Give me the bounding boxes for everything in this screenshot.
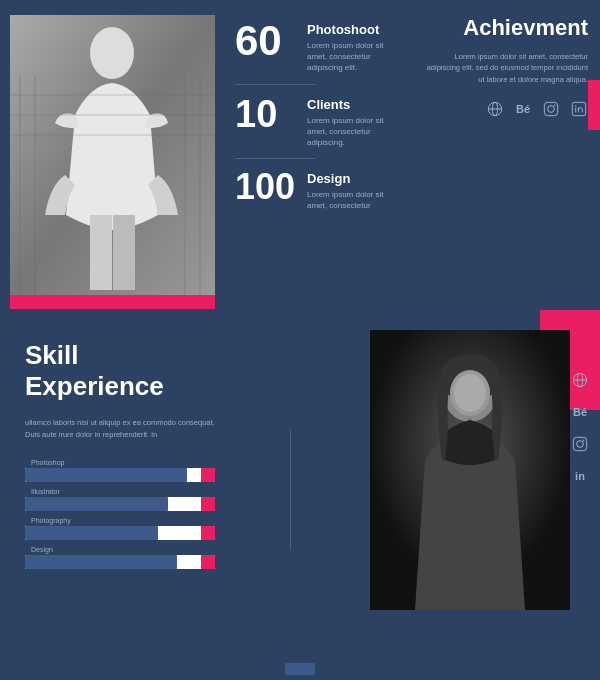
linkedin-icon-v[interactable]: in (570, 466, 590, 486)
stat-title-photoshoot: Photoshoot (307, 22, 400, 37)
top-pink-accent-right (588, 80, 600, 130)
skill-bar-photoshop: Photoshop (25, 459, 275, 482)
skill-bar-photography-label: Photography (25, 517, 275, 524)
svg-rect-3 (90, 215, 112, 290)
stat-title-clients: Clients (307, 97, 400, 112)
svg-point-32 (583, 440, 585, 442)
skill-area: Skill Experience ullamco laboris nisi ut… (0, 310, 290, 680)
skill-bar-photoshop-fill (25, 468, 187, 482)
skill-bar-illustrator-label: Illustrator (25, 488, 275, 495)
skill-bar-photography-track (25, 526, 215, 540)
skill-bar-design-label: Design (25, 546, 275, 553)
linkedin-label-v: in (575, 470, 585, 482)
photo-left (10, 15, 215, 295)
stat-desc-design: Lorem ipsum dolor sit amet, consectetur (307, 189, 400, 211)
skill-bar-photoshop-end (201, 468, 215, 482)
svg-point-16 (548, 105, 555, 112)
skill-bar-illustrator-fill (25, 497, 168, 511)
stat-info-photoshoot: Photoshoot Lorem ipsum dolor sit amet, c… (307, 20, 400, 74)
svg-point-26 (454, 374, 486, 412)
stat-info-design: Design Lorem ipsum dolor sit amet, conse… (307, 169, 400, 211)
stat-row-design: 100 Design Lorem ipsum dolor sit amet, c… (235, 169, 400, 211)
bottom-section: Skill Experience ullamco laboris nisi ut… (0, 310, 600, 680)
behance-icon[interactable]: Bé (514, 100, 532, 118)
photo-pink-accent-bar (10, 295, 215, 309)
instagram-icon[interactable] (542, 100, 560, 118)
linkedin-icon[interactable] (570, 100, 588, 118)
skill-description: ullamco laboris nisi ut aliquip ex ea co… (25, 417, 225, 441)
skill-bar-illustrator: Illustrator (25, 488, 275, 511)
svg-rect-30 (573, 437, 586, 450)
skill-bar-illustrator-track (25, 497, 215, 511)
skill-bar-design: Design (25, 546, 275, 569)
stat-info-clients: Clients Lorem ipsum dolor sit amet, cons… (307, 95, 400, 149)
skill-bars-container: Photoshop Illustrator Photography (25, 459, 275, 569)
skill-bar-photography-fill (25, 526, 158, 540)
social-icons-row: Bé (425, 100, 588, 118)
skill-title: Skill Experience (25, 340, 275, 402)
skill-bar-illustrator-end (201, 497, 215, 511)
stat-number-design: 100 (235, 169, 295, 205)
svg-point-17 (554, 104, 556, 106)
stats-area: 60 Photoshoot Lorem ipsum dolor sit amet… (215, 0, 415, 310)
achievement-area: Achievment Lorem ipsum dolor sit amet, c… (415, 0, 600, 310)
skill-bar-design-track (25, 555, 215, 569)
stat-title-design: Design (307, 171, 400, 186)
photo-left-image (10, 15, 215, 295)
skill-bar-design-fill (25, 555, 177, 569)
stat-number-clients: 10 (235, 95, 295, 133)
behance-label-v: Bé (573, 406, 587, 418)
stat-desc-clients: Lorem ipsum dolor sit amet, consectetur … (307, 115, 400, 149)
scroll-indicator[interactable] (285, 663, 315, 675)
stat-desc-photoshoot: Lorem ipsum dolor sit amet, consectetur … (307, 40, 400, 74)
svg-rect-15 (544, 102, 557, 115)
stat-row-clients: 10 Clients Lorem ipsum dolor sit amet, c… (235, 95, 400, 149)
globe-icon-v[interactable] (570, 370, 590, 390)
achievement-description: Lorem ipsum dolor sit amet, consectetur … (425, 51, 588, 85)
photo-right (370, 330, 570, 610)
skill-bar-photoshop-label: Photoshop (25, 459, 275, 466)
skill-bar-design-end (201, 555, 215, 569)
svg-point-20 (575, 105, 576, 106)
stats-divider-2 (235, 158, 315, 159)
top-section: 60 Photoshoot Lorem ipsum dolor sit amet… (0, 0, 600, 310)
svg-point-2 (90, 27, 134, 79)
globe-icon[interactable] (486, 100, 504, 118)
skill-bar-photoshop-track (25, 468, 215, 482)
photo-right-container: Bé in (290, 310, 600, 680)
svg-rect-4 (113, 215, 135, 290)
achievement-title: Achievment (425, 15, 588, 41)
skill-bar-photography-end (201, 526, 215, 540)
behance-icon-v[interactable]: Bé (570, 402, 590, 422)
svg-point-31 (577, 441, 584, 448)
social-icons-vertical: Bé in (570, 370, 590, 486)
skill-bar-photography: Photography (25, 517, 275, 540)
svg-rect-18 (572, 102, 585, 115)
instagram-icon-v[interactable] (570, 434, 590, 454)
stat-row-photoshoot: 60 Photoshoot Lorem ipsum dolor sit amet… (235, 20, 400, 74)
stats-divider-1 (235, 84, 315, 85)
stat-number-photoshoot: 60 (235, 20, 295, 62)
